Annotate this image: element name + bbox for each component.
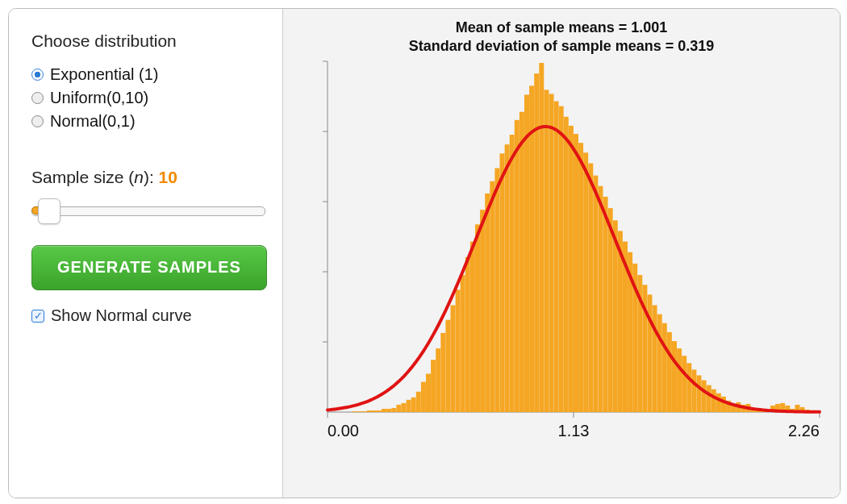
svg-rect-15 xyxy=(362,411,367,412)
show-normal-curve-checkbox[interactable]: ✓ Show Normal curve xyxy=(31,306,261,325)
controls-sidebar: Choose distribution Exponential (1) Unif… xyxy=(9,9,283,498)
svg-rect-83 xyxy=(697,375,702,412)
svg-rect-33 xyxy=(451,305,456,412)
svg-rect-79 xyxy=(677,348,682,412)
generate-samples-button[interactable]: GENERATE SAMPLES xyxy=(31,245,267,290)
svg-rect-27 xyxy=(421,382,426,412)
svg-rect-13 xyxy=(353,411,357,412)
slider-thumb-icon[interactable] xyxy=(38,198,60,224)
svg-rect-64 xyxy=(603,197,608,412)
svg-rect-22 xyxy=(396,405,401,412)
svg-rect-36 xyxy=(465,257,470,412)
svg-rect-80 xyxy=(682,356,686,412)
radio-dot-icon xyxy=(31,115,44,127)
checkbox-icon: ✓ xyxy=(31,310,44,323)
distribution-radio-group: Exponential (1) Uniform(0,10) Normal(0,1… xyxy=(31,64,261,132)
svg-rect-34 xyxy=(456,289,461,412)
svg-rect-51 xyxy=(539,63,544,412)
svg-rect-14 xyxy=(357,411,362,412)
svg-rect-75 xyxy=(657,314,662,412)
svg-rect-59 xyxy=(578,143,583,412)
svg-rect-77 xyxy=(667,332,672,412)
radio-dot-icon xyxy=(31,92,44,104)
svg-rect-52 xyxy=(544,90,549,412)
svg-rect-18 xyxy=(377,410,382,412)
svg-rect-21 xyxy=(391,408,396,412)
chart-svg: 0.001.132.26 xyxy=(283,9,840,498)
svg-rect-35 xyxy=(461,275,465,412)
svg-rect-47 xyxy=(519,112,524,412)
svg-rect-57 xyxy=(569,126,574,412)
svg-rect-56 xyxy=(564,117,569,412)
svg-rect-31 xyxy=(440,333,445,412)
radio-dot-icon xyxy=(31,69,44,81)
svg-rect-25 xyxy=(411,398,416,412)
svg-rect-26 xyxy=(416,392,421,412)
svg-rect-87 xyxy=(716,394,721,412)
svg-rect-48 xyxy=(524,94,529,412)
svg-rect-73 xyxy=(648,294,653,412)
svg-rect-20 xyxy=(386,409,391,412)
radio-label: Uniform(0,10) xyxy=(50,87,148,109)
svg-rect-62 xyxy=(593,176,598,412)
radio-label: Normal(0,1) xyxy=(50,110,136,132)
svg-rect-66 xyxy=(613,220,618,412)
svg-rect-16 xyxy=(367,410,372,412)
svg-text:2.26: 2.26 xyxy=(788,422,820,439)
distribution-title: Choose distribution xyxy=(31,31,261,51)
radio-label: Exponential (1) xyxy=(50,64,159,85)
svg-rect-76 xyxy=(662,323,667,412)
app-frame: Choose distribution Exponential (1) Unif… xyxy=(8,8,841,498)
svg-rect-54 xyxy=(554,102,559,412)
svg-rect-23 xyxy=(402,403,407,412)
svg-rect-88 xyxy=(721,397,726,412)
slider-track xyxy=(31,206,265,216)
svg-rect-46 xyxy=(515,120,519,412)
svg-rect-78 xyxy=(672,341,677,412)
radio-uniform[interactable]: Uniform(0,10) xyxy=(31,87,261,109)
svg-rect-17 xyxy=(372,410,377,412)
svg-rect-39 xyxy=(480,210,485,412)
svg-rect-81 xyxy=(686,363,691,412)
svg-rect-19 xyxy=(382,409,386,412)
svg-rect-44 xyxy=(505,144,510,412)
svg-rect-85 xyxy=(707,385,711,412)
sample-size-slider[interactable] xyxy=(31,198,265,223)
svg-rect-65 xyxy=(608,208,613,412)
svg-rect-37 xyxy=(470,242,475,412)
svg-rect-61 xyxy=(588,163,593,412)
svg-rect-38 xyxy=(475,224,480,412)
svg-rect-86 xyxy=(711,389,716,412)
svg-rect-42 xyxy=(494,169,499,412)
radio-exponential[interactable]: Exponential (1) xyxy=(31,64,261,85)
radio-normal[interactable]: Normal(0,1) xyxy=(31,110,261,132)
svg-rect-58 xyxy=(574,134,578,412)
svg-rect-40 xyxy=(485,194,490,412)
sample-size-value: 10 xyxy=(159,168,177,186)
svg-text:1.13: 1.13 xyxy=(558,422,590,439)
svg-rect-43 xyxy=(500,153,505,412)
svg-rect-60 xyxy=(583,152,588,412)
svg-text:0.00: 0.00 xyxy=(328,422,359,439)
svg-rect-74 xyxy=(653,305,657,412)
svg-rect-63 xyxy=(599,186,603,412)
checkbox-label: Show Normal curve xyxy=(51,306,192,325)
svg-rect-32 xyxy=(445,320,450,412)
svg-rect-24 xyxy=(407,400,411,412)
svg-rect-45 xyxy=(510,135,515,412)
svg-rect-30 xyxy=(436,348,440,412)
svg-rect-41 xyxy=(490,181,494,412)
chart-panel: Mean of sample means = 1.001 Standard de… xyxy=(283,9,840,498)
svg-rect-53 xyxy=(549,94,554,412)
svg-rect-29 xyxy=(431,360,436,412)
svg-rect-55 xyxy=(559,106,564,412)
svg-rect-50 xyxy=(534,73,539,412)
svg-rect-82 xyxy=(691,369,696,412)
svg-rect-84 xyxy=(702,381,707,412)
sample-size-label: Sample size (n): 10 xyxy=(31,168,261,187)
svg-rect-28 xyxy=(426,373,431,412)
